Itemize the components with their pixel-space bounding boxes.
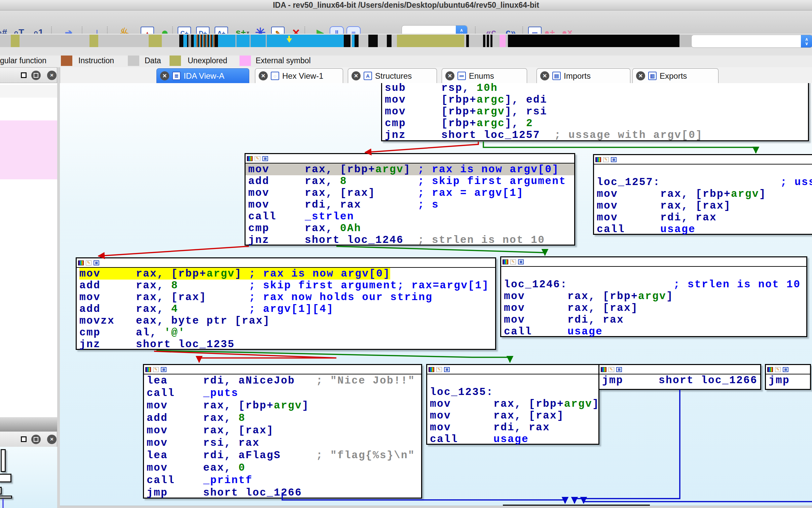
tab-ida-view-a[interactable]: ✕≣IDA View-A — [156, 68, 249, 83]
block-color-icon[interactable] — [247, 156, 253, 161]
block-nice-job[interactable]: ✎▤lea rdi, aNiceJob ; "Nice Job!!"call _… — [143, 364, 422, 499]
asm-value: 0 — [238, 462, 246, 474]
graph-overview[interactable] — [0, 447, 57, 508]
functions-list[interactable] — [0, 98, 57, 417]
block-current[interactable]: ✎▤mov rax, [rbp+argv] ; rax is now argv[… — [76, 257, 496, 350]
block-color-icon[interactable] — [78, 260, 84, 265]
block-edit-icon[interactable]: ✎ — [436, 367, 442, 372]
block-header[interactable]: ✎▤ — [144, 365, 421, 374]
asm-name: _puts — [203, 387, 238, 399]
close-tab-icon[interactable]: ✕ — [160, 71, 169, 80]
block-strlen-check[interactable]: ✎▤mov rax, [rbp+argv] ; rax is now argv[… — [245, 153, 575, 246]
block-header[interactable]: ✎▤ — [246, 154, 574, 164]
legend-label: External symbol — [256, 56, 311, 65]
overview-mini-block — [0, 487, 2, 495]
tab-imports[interactable]: ✕▤Imports — [537, 68, 630, 83]
overview-restore-icon[interactable] — [21, 436, 27, 442]
tab-hex-view-1[interactable]: ✕◌Hex View-1 — [255, 68, 343, 83]
panel-close-icon[interactable]: × — [47, 71, 57, 80]
overview-float-icon[interactable] — [31, 435, 41, 444]
block-group-icon[interactable]: ▤ — [161, 367, 167, 372]
tab-structures[interactable]: ✕AStructures — [348, 68, 437, 83]
navband-segment — [483, 35, 485, 47]
block-color-icon[interactable] — [429, 367, 434, 372]
asm-line: mov rax, [rbp+argv] ; rax is now argv[0] — [246, 164, 574, 175]
asm-name: _printf — [203, 474, 253, 486]
navband-combobox[interactable]: ∧∨ — [691, 35, 812, 48]
block-edit-icon[interactable]: ✎ — [153, 367, 159, 372]
asm-code: loc_1257: — [597, 176, 660, 188]
block-header[interactable]: ✎▤ — [501, 257, 806, 267]
navigation-band[interactable] — [0, 35, 812, 47]
functions-list-header — [0, 85, 57, 98]
block-color-icon[interactable] — [503, 259, 508, 264]
graph-view-canvas[interactable]: sub rsp, 10hmov [rbp+argc], edimov [rbp+… — [60, 83, 812, 508]
asm-code: cmp rax, — [248, 222, 340, 234]
block-header[interactable]: ✎▤ — [594, 155, 812, 165]
navband-combobox-spinner-icon[interactable]: ∧∨ — [801, 35, 812, 47]
overview-mini-block — [0, 474, 11, 482]
panel-restore-icon[interactable] — [21, 72, 27, 78]
block-edit-icon[interactable]: ✎ — [608, 367, 614, 372]
tab-icon: ◌ — [271, 72, 279, 80]
asm-line: jmp short loc_1266 — [144, 486, 421, 499]
close-tab-icon[interactable]: ✕ — [352, 71, 361, 80]
asm-line: mov rax, [rax] ; rax now holds our strin… — [77, 291, 495, 303]
block-group-icon[interactable]: ▤ — [262, 156, 268, 161]
legend-label: Unexplored — [188, 56, 227, 65]
asm-line: mov rax, [rax] — [427, 410, 598, 422]
window-title: IDA - rev50_linux64-bit /Users/denis/Des… — [273, 1, 539, 10]
block-color-icon[interactable] — [601, 367, 606, 372]
block-jmp-1266[interactable]: ✎▤jmp short loc_1266 — [598, 364, 761, 390]
asm-line: lea rdi, aNiceJob ; "Nice Job!!" — [144, 374, 421, 387]
close-tab-icon[interactable]: ✕ — [636, 71, 645, 80]
block-edit-icon[interactable]: ✎ — [510, 259, 516, 264]
asm-line: cmp al, '@' — [77, 327, 495, 338]
block-edit-icon[interactable]: ✎ — [603, 157, 609, 162]
asm-value: argv — [564, 398, 592, 410]
block-entry[interactable]: sub rsp, 10hmov [rbp+argc], edimov [rbp+… — [381, 83, 809, 141]
block-jmp-far[interactable]: ✎▤jmp — [765, 364, 811, 390]
asm-line: call _printf — [144, 474, 421, 486]
block-header[interactable]: ✎▤ — [77, 258, 495, 268]
block-group-icon[interactable]: ▤ — [518, 259, 524, 264]
asm-code: jnz short loc_1246 — [248, 234, 404, 246]
block-group-icon[interactable]: ▤ — [783, 367, 788, 372]
block-edit-icon[interactable]: ✎ — [775, 367, 781, 372]
block-group-icon[interactable]: ▤ — [611, 157, 617, 162]
asm-name: ; argv[1][4] — [178, 303, 334, 315]
functions-list-scroll-shade — [0, 417, 57, 431]
block-edit-icon[interactable]: ✎ — [255, 156, 260, 161]
block-edit-icon[interactable]: ✎ — [86, 260, 91, 265]
overview-close-icon[interactable]: × — [47, 435, 57, 444]
block-header[interactable]: ✎▤ — [427, 365, 598, 374]
block-header[interactable]: ✎▤ — [599, 365, 760, 374]
panel-float-icon[interactable] — [31, 71, 41, 80]
block-header[interactable]: ✎▤ — [766, 365, 810, 374]
tab-enums[interactable]: ✕≔Enums — [442, 68, 527, 83]
block-group-icon[interactable]: ▤ — [616, 367, 622, 372]
tab-label: Imports — [564, 71, 591, 81]
asm-line: mov rax, [rax] ; rax = argv[1] — [246, 187, 574, 199]
block-group-icon[interactable]: ▤ — [444, 367, 450, 372]
tab-exports[interactable]: ✕▥Exports — [632, 68, 718, 83]
close-tab-icon[interactable]: ✕ — [445, 71, 454, 80]
asm-code: jmp short loc_1266 — [147, 487, 302, 499]
block-loc-1235[interactable]: ✎▤loc_1235:mov rax, [rbp+argv]mov rax, [… — [426, 364, 599, 445]
asm-line: call usage — [594, 223, 812, 235]
block-loc-1257[interactable]: ✎▤loc_1257: ; ussage with argv[0]mov rax… — [593, 154, 812, 235]
navband-segment — [355, 35, 359, 47]
block-loc-1246[interactable]: ✎▤loc_1246: ; strlen is not 10mov rax, [… — [500, 256, 807, 337]
asm-line: call _strlen — [246, 211, 574, 222]
block-color-icon[interactable] — [595, 157, 601, 162]
asm-line: jmp — [766, 374, 810, 386]
close-tab-icon[interactable]: ✕ — [259, 71, 268, 80]
block-color-icon[interactable] — [767, 367, 773, 372]
navband-segment — [149, 35, 162, 47]
block-group-icon[interactable]: ▤ — [94, 260, 99, 265]
close-tab-icon[interactable]: ✕ — [540, 71, 549, 80]
graph-edge — [365, 142, 478, 152]
functions-list-library-rows[interactable] — [0, 120, 57, 179]
block-color-icon[interactable] — [145, 367, 151, 372]
graph-edge — [336, 246, 545, 255]
